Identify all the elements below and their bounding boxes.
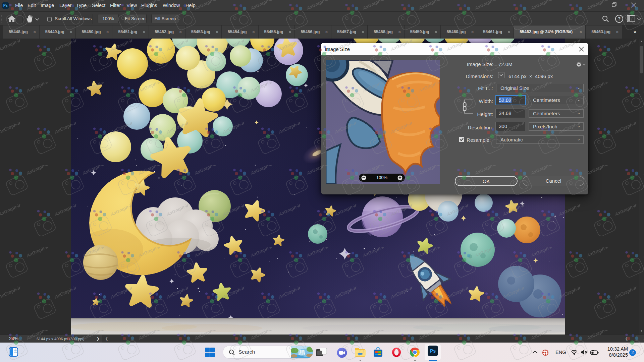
svg-text:Ps: Ps (430, 348, 436, 354)
svg-text:?: ? (618, 16, 621, 21)
